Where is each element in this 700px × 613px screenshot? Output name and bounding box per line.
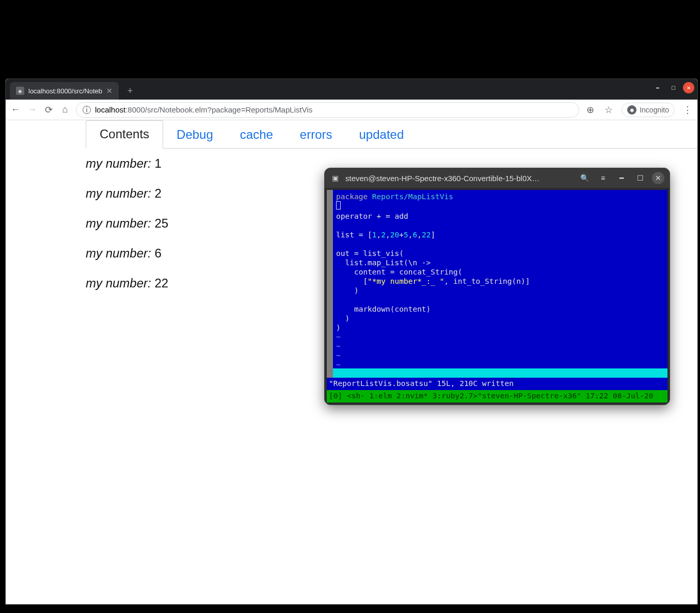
terminal-maximize-button[interactable]: ☐ <box>633 171 647 185</box>
list-item-label: my number: <box>86 156 154 170</box>
home-button[interactable]: ⌂ <box>59 104 71 116</box>
reload-button[interactable]: ⟳ <box>43 104 54 116</box>
list-item-label: my number: <box>86 216 154 230</box>
site-info-icon[interactable]: i <box>83 106 91 114</box>
tmux-status-line: [0] <sh- 1:elm 2:nvim* 3:ruby2.7>"steven… <box>327 390 667 402</box>
back-button[interactable]: ← <box>10 104 21 116</box>
address-bar[interactable]: i localhost:8000/src/Notebook.elm?packag… <box>76 102 579 118</box>
toolbar-right: ⊕ ☆ ☻ Incognito ⋮ <box>584 103 693 117</box>
minimize-button[interactable] <box>652 82 663 93</box>
content-list: my number: 1my number: 2my number: 25my … <box>86 156 168 306</box>
list-item-label: my number: <box>86 246 154 260</box>
page-tab-debug[interactable]: Debug <box>163 121 227 148</box>
maximize-button[interactable] <box>667 82 679 93</box>
editor-gutter <box>327 190 333 378</box>
new-tab-button[interactable]: + <box>123 84 137 98</box>
page-tab-updated[interactable]: updated <box>346 121 418 148</box>
kebab-menu-icon[interactable]: ⋮ <box>682 104 693 116</box>
terminal-window: ▣ steven@steven-HP-Spectre-x360-Converti… <box>324 168 670 405</box>
page-tab-errors[interactable]: errors <box>287 121 346 148</box>
browser-window-controls <box>652 82 694 93</box>
terminal-icon: ▣ <box>330 173 340 183</box>
terminal-body[interactable]: package Reports/MapListVis operator + = … <box>327 190 667 402</box>
terminal-menu-icon[interactable]: ≡ <box>596 171 610 185</box>
browser-tab[interactable]: ◆ localhost:8000/src/Noteb ✕ <box>10 82 119 100</box>
terminal-search-icon[interactable]: 🔍 <box>578 171 591 185</box>
cursor <box>336 201 341 209</box>
favicon-icon: ◆ <box>16 87 24 95</box>
list-item-label: my number: <box>86 186 154 200</box>
vim-status-line: "ReportListVis.bosatsu" 15L, 210C writte… <box>327 378 667 390</box>
incognito-chip[interactable]: ☻ Incognito <box>622 103 675 117</box>
list-item-label: my number: <box>86 276 154 290</box>
terminal-close-button[interactable]: ✕ <box>652 172 664 184</box>
list-item: my number: 25 <box>86 216 168 231</box>
close-window-button[interactable] <box>683 82 694 93</box>
list-item: my number: 22 <box>86 276 168 291</box>
list-item-value: 2 <box>154 186 161 200</box>
code-editor[interactable]: package Reports/MapListVis operator + = … <box>333 190 667 378</box>
browser-toolbar: ← → ⟳ ⌂ i localhost:8000/src/Notebook.el… <box>6 100 697 120</box>
url-host: localhost <box>95 105 125 114</box>
list-item: my number: 6 <box>86 246 168 261</box>
incognito-label: Incognito <box>640 106 669 114</box>
url-path: :8000/src/Notebook.elm?package=Reports/M… <box>125 105 312 114</box>
close-tab-icon[interactable]: ✕ <box>106 87 113 95</box>
list-item-value: 22 <box>154 276 168 290</box>
forward-button[interactable]: → <box>26 104 38 116</box>
page-tab-contents[interactable]: Contents <box>86 120 163 149</box>
browser-tab-bar: ◆ localhost:8000/src/Noteb ✕ + <box>6 79 697 100</box>
list-item-value: 6 <box>154 246 161 260</box>
terminal-title: steven@steven-HP-Spectre-x360-Convertibl… <box>345 174 572 183</box>
list-item: my number: 2 <box>86 186 168 201</box>
editor-cursor-line <box>333 368 667 378</box>
terminal-titlebar: ▣ steven@steven-HP-Spectre-x360-Converti… <box>325 168 670 188</box>
incognito-icon: ☻ <box>627 105 637 115</box>
list-item-value: 25 <box>154 216 168 230</box>
zoom-icon[interactable]: ⊕ <box>584 104 596 116</box>
browser-tab-title: localhost:8000/src/Noteb <box>28 87 102 95</box>
list-item-value: 1 <box>154 156 161 170</box>
terminal-minimize-button[interactable]: ━ <box>615 171 628 185</box>
page-tab-cache[interactable]: cache <box>227 121 287 148</box>
bookmark-icon[interactable]: ☆ <box>603 104 614 116</box>
page-tab-row: ContentsDebugcacheerrorsupdated <box>86 120 697 149</box>
list-item: my number: 1 <box>86 156 168 171</box>
